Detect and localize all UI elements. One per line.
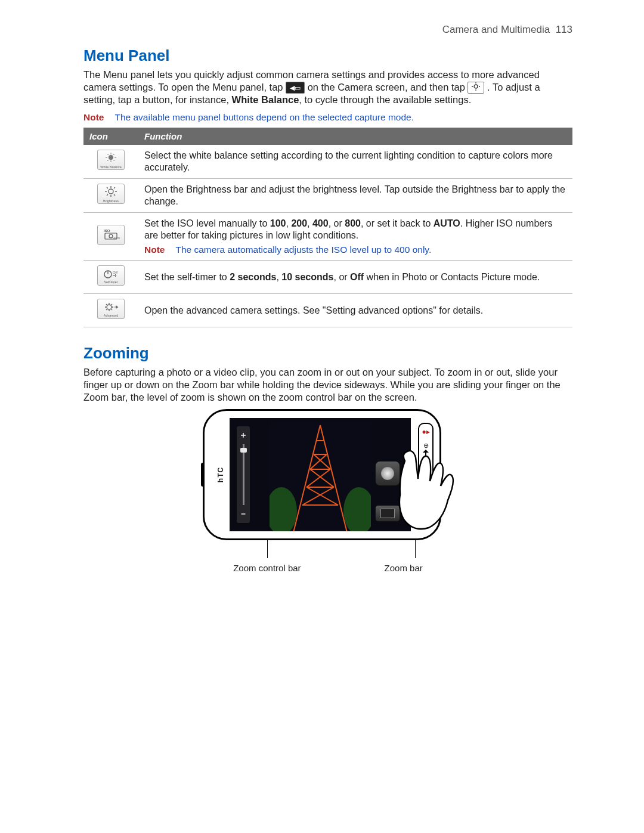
fn-desc: Open the Brightness bar and adjust the b…	[138, 178, 572, 212]
menu-panel-note: Note The available menu panel buttons de…	[83, 112, 572, 123]
heading-zooming: Zooming	[83, 344, 572, 363]
svg-text:Off: Off	[113, 271, 117, 274]
self-timer-icon: Off Self-timer	[97, 265, 125, 286]
table-row: Advanced Open the advanced camera settin…	[83, 294, 572, 327]
zoom-out-icon[interactable]: －	[239, 509, 247, 519]
svg-line-35	[106, 304, 107, 305]
svg-text:AUTO: AUTO	[113, 237, 120, 240]
svg-line-19	[107, 187, 108, 188]
aperture-icon	[381, 467, 394, 480]
camera-menu-icon	[467, 82, 484, 94]
svg-line-21	[107, 194, 108, 196]
slide-arrow-icon	[425, 452, 426, 509]
manual-page: Camera and Multimedia 113 Menu Panel The…	[0, 0, 644, 614]
svg-line-13	[113, 154, 114, 155]
camera-viewfinder: ＋ －	[230, 418, 411, 531]
svg-line-36	[112, 309, 113, 311]
svg-line-38	[112, 304, 113, 305]
svg-point-25	[109, 234, 113, 238]
svg-line-20	[114, 194, 115, 196]
page-header: Camera and Multimedia 113	[83, 24, 572, 36]
gallery-thumb-button[interactable]	[375, 505, 400, 522]
shutter-button[interactable]	[375, 461, 400, 486]
section-name: Camera and Multimedia	[442, 24, 550, 35]
record-icon: ●▸	[422, 428, 429, 436]
heading-menu-panel: Menu Panel	[83, 47, 572, 65]
table-row: Brightness Open the Brightness bar and a…	[83, 178, 572, 212]
device-brand: hTC	[216, 467, 225, 482]
fn-desc: Open the advanced camera settings. See "…	[138, 294, 572, 327]
zoom-level-knob[interactable]	[240, 448, 247, 453]
svg-point-30	[107, 305, 112, 309]
svg-line-10	[107, 154, 109, 155]
zooming-body: Before capturing a photo or a video clip…	[83, 366, 572, 403]
fn-desc: Set the ISO level manually to 100, 200, …	[138, 212, 572, 260]
zoom-in-icon[interactable]: ＋	[239, 430, 247, 441]
thumbnail-icon	[380, 509, 395, 518]
col-icon: Icon	[83, 128, 138, 145]
brightness-icon: Brightness	[97, 184, 125, 204]
note-label: Note	[83, 112, 104, 122]
iso-icon: ISOAUTO	[97, 225, 125, 245]
zoom-control-bar[interactable]: ＋ －	[237, 426, 250, 523]
svg-point-0	[474, 85, 478, 88]
advanced-icon: Advanced	[97, 299, 125, 319]
camera-back-icon: ◀▭	[286, 82, 305, 94]
menu-panel-table: Icon Function White Balance Select the w…	[83, 128, 572, 327]
svg-text:ISO: ISO	[104, 229, 110, 233]
fn-desc: Set the self-timer to 2 seconds, 10 seco…	[138, 261, 572, 294]
label-zoom-bar: Zoom bar	[385, 563, 423, 573]
svg-line-22	[114, 187, 115, 188]
zoom-bar[interactable]: ●▸ ⊕ ⊖	[418, 423, 434, 527]
svg-line-12	[107, 160, 109, 161]
page-number: 113	[556, 24, 572, 35]
fn-desc: Select the white balance setting accordi…	[138, 145, 572, 179]
svg-line-37	[106, 309, 107, 311]
svg-point-5	[109, 155, 113, 160]
white-balance-icon: White Balance	[97, 150, 125, 170]
table-row: White Balance Select the white balance s…	[83, 145, 572, 179]
callout-line	[415, 539, 416, 558]
svg-point-14	[109, 189, 113, 194]
label-zoom-control-bar: Zoom control bar	[233, 563, 301, 573]
tower-image	[270, 422, 371, 531]
col-function: Function	[138, 128, 572, 145]
note-text: The available menu panel buttons depend …	[114, 112, 414, 122]
callout-line	[267, 539, 268, 558]
table-row: Off Self-timer Set the self-timer to 2 s…	[83, 261, 572, 294]
menu-panel-intro: The Menu panel lets you quickly adjust c…	[83, 69, 572, 106]
table-row: ISOAUTO Set the ISO level manually to 10…	[83, 212, 572, 260]
phone-illustration: hTC ＋ －	[203, 409, 453, 573]
svg-line-11	[113, 160, 114, 161]
